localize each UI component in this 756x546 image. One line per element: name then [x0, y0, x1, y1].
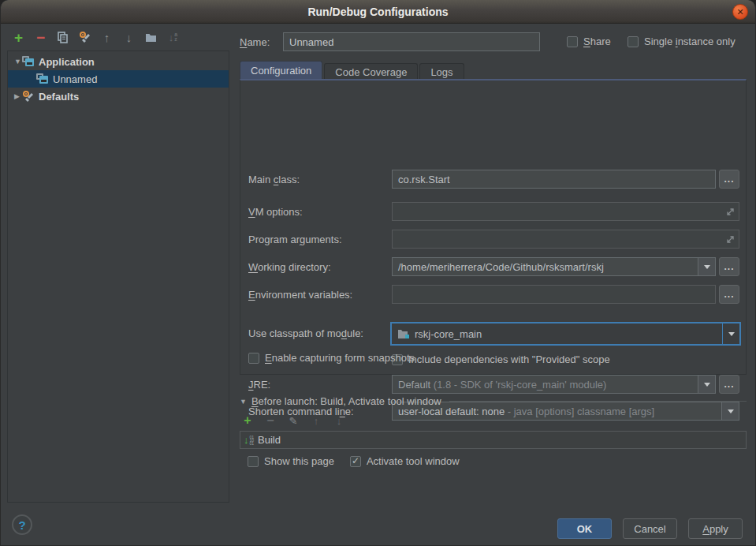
add-icon: +: [244, 414, 251, 427]
dropdown-arrow-icon[interactable]: [698, 376, 715, 393]
run-debug-configurations-dialog: Run/Debug Configurations ✕ + − ↑ ↓: [0, 0, 756, 546]
capture-snapshots-label: Enable capturing form snapshots: [265, 352, 415, 364]
module-icon: [397, 329, 411, 339]
checkbox-box-checked[interactable]: [350, 456, 361, 467]
tab-logs[interactable]: Logs: [419, 63, 464, 80]
tree-item-application[interactable]: ▼ Application: [8, 53, 229, 70]
dropdown-arrow-icon[interactable]: [698, 258, 715, 275]
main-class-label: Main class:: [248, 174, 300, 185]
chevron-expanded-icon[interactable]: ▼: [240, 398, 247, 406]
configurations-toolbar: + − ↑ ↓ ↓az: [10, 28, 181, 46]
main-class-browse-button[interactable]: ...: [719, 170, 739, 189]
single-instance-label: Single instance only: [644, 36, 736, 47]
move-task-down-button[interactable]: ↓: [333, 414, 345, 427]
vm-options-label: VM options:: [248, 206, 303, 218]
remove-configuration-button[interactable]: −: [32, 28, 49, 46]
name-input[interactable]: [283, 32, 540, 51]
use-classpath-value: rskj-core_main: [411, 328, 722, 340]
vm-options-field[interactable]: [392, 202, 739, 221]
help-button[interactable]: ?: [12, 514, 32, 535]
apply-button[interactable]: Apply: [688, 518, 743, 539]
single-instance-checkbox[interactable]: Single instance only: [628, 36, 736, 47]
capture-snapshots-checkbox-row[interactable]: Enable capturing form snapshots: [248, 352, 415, 364]
checkbox-box[interactable]: [567, 36, 578, 47]
name-label: Name:: [240, 36, 270, 48]
tree-item-defaults[interactable]: ▶ Defaults: [8, 88, 229, 105]
close-button[interactable]: ✕: [732, 4, 748, 20]
move-task-up-button[interactable]: ↑: [310, 414, 322, 427]
configurations-tree: ▼ Application Unnamed ▶ Defaults: [7, 50, 229, 503]
task-label: Build: [258, 434, 281, 446]
expand-field-icon[interactable]: [726, 235, 735, 244]
tab-code-coverage[interactable]: Code Coverage: [324, 63, 418, 80]
divider: [449, 401, 747, 402]
tree-item-label: Application: [39, 56, 95, 68]
move-up-button[interactable]: ↑: [99, 28, 115, 46]
add-task-button[interactable]: +: [241, 414, 254, 427]
working-directory-combo[interactable]: /home/meriherrera/Code/Github/rsksmart/r…: [392, 257, 716, 276]
tree-item-unnamed[interactable]: Unnamed: [8, 70, 229, 88]
main-class-field[interactable]: co.rsk.Start: [392, 170, 716, 189]
jre-value: Default (1.8 - SDK of 'rskj-core_main' m…: [393, 379, 698, 391]
ellipsis-icon: ...: [724, 379, 734, 390]
dropdown-arrow-icon[interactable]: [722, 323, 739, 344]
ok-button[interactable]: OK: [557, 518, 612, 539]
working-directory-browse-button[interactable]: ...: [719, 257, 739, 276]
include-provided-checkbox[interactable]: Include dependencies with "Provided" sco…: [392, 353, 610, 365]
main-class-value: co.rsk.Start: [398, 174, 450, 185]
tree-item-label: Unnamed: [53, 73, 97, 85]
sort-configurations-button[interactable]: ↓az: [165, 28, 181, 46]
arrow-down-icon: ↓: [337, 416, 342, 426]
use-classpath-combo[interactable]: rskj-core_main: [390, 322, 741, 346]
move-down-button[interactable]: ↓: [121, 28, 137, 46]
configuration-tabs: Configuration Code Coverage Logs: [240, 61, 466, 80]
working-directory-value: /home/meriherrera/Code/Github/rsksmart/r…: [393, 261, 698, 273]
close-icon: ✕: [736, 7, 743, 17]
before-launch-toolbar: + − ✎ ↑ ↓: [241, 414, 345, 427]
jre-browse-button[interactable]: ...: [719, 375, 739, 394]
environment-variables-label: Environment variables:: [248, 289, 352, 301]
defaults-wrench-icon: [22, 90, 35, 103]
cancel-button[interactable]: Cancel: [623, 518, 677, 539]
checkbox-box[interactable]: [628, 36, 639, 47]
arrow-down-icon: ↓: [126, 32, 132, 43]
working-directory-label: Working directory:: [248, 261, 331, 273]
edit-task-button[interactable]: ✎: [287, 414, 300, 427]
checkbox-box[interactable]: [248, 353, 259, 364]
ellipsis-icon: ...: [724, 174, 734, 185]
program-arguments-field[interactable]: [392, 230, 739, 249]
remove-task-button[interactable]: −: [264, 414, 277, 427]
copy-configuration-button[interactable]: [54, 28, 71, 46]
folder-icon: [145, 32, 157, 43]
program-arguments-label: Program arguments:: [248, 234, 342, 245]
copy-icon: [57, 32, 69, 43]
add-configuration-button[interactable]: +: [10, 28, 27, 46]
application-icon: [36, 73, 49, 84]
titlebar[interactable]: Run/Debug Configurations ✕: [1, 0, 755, 24]
chevron-expanded-icon[interactable]: ▼: [14, 58, 22, 65]
before-launch-title: Before launch: Build, Activate tool wind…: [251, 395, 441, 407]
expand-field-icon[interactable]: [726, 208, 735, 216]
jre-combo[interactable]: Default (1.8 - SDK of 'rskj-core_main' m…: [392, 375, 716, 394]
ellipsis-icon: ...: [724, 289, 734, 300]
arrow-up-icon: ↑: [314, 416, 319, 426]
edit-defaults-button[interactable]: [76, 28, 93, 46]
checkbox-box[interactable]: [248, 456, 259, 467]
create-folder-button[interactable]: [143, 28, 159, 46]
edit-pencil-icon: ✎: [289, 415, 298, 427]
jre-label: JRE:: [248, 379, 270, 391]
chevron-collapsed-icon[interactable]: ▶: [14, 92, 22, 100]
activate-tool-window-label: Activate tool window: [367, 455, 460, 467]
ellipsis-icon: ...: [724, 261, 734, 272]
add-icon: +: [14, 30, 23, 45]
activate-tool-window-checkbox[interactable]: Activate tool window: [350, 455, 460, 467]
before-launch-header[interactable]: ▼ Before launch: Build, Activate tool wi…: [240, 395, 747, 407]
share-checkbox[interactable]: Share: [567, 36, 611, 47]
environment-variables-field[interactable]: [392, 285, 716, 304]
dialog-title: Run/Debug Configurations: [307, 6, 448, 18]
show-this-page-checkbox[interactable]: Show this page: [248, 455, 334, 467]
tab-configuration[interactable]: Configuration: [240, 61, 322, 80]
before-launch-options: Show this page Activate tool window: [248, 455, 460, 467]
environment-variables-browse-button[interactable]: ...: [719, 285, 739, 304]
before-launch-task-build[interactable]: ↓ 011001 Build: [240, 431, 747, 449]
